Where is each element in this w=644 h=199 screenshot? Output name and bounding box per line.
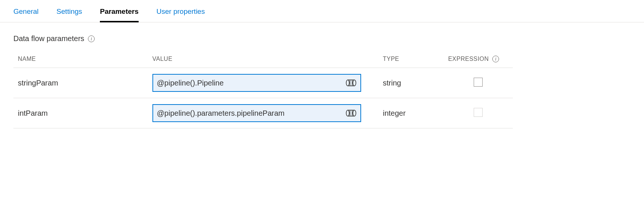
svg-point-6 (346, 110, 349, 116)
value-input[interactable] (157, 109, 345, 118)
info-icon[interactable]: i (88, 35, 95, 42)
tab-parameters[interactable]: Parameters (100, 4, 139, 22)
column-header-name: NAME (13, 52, 148, 68)
table-row: intParam integer (13, 98, 513, 128)
param-type: integer (378, 98, 443, 128)
parameters-section: Data flow parameters i NAME VALUE TYPE E… (0, 22, 644, 140)
tab-bar: General Settings Parameters User propert… (0, 0, 644, 22)
section-title: Data flow parameters (13, 34, 84, 43)
param-name: intParam (13, 98, 148, 128)
value-input[interactable] (157, 79, 345, 87)
value-input-wrap[interactable] (152, 74, 361, 92)
param-type: string (378, 68, 443, 98)
column-header-expression-label: EXPRESSION (448, 56, 489, 62)
expression-checkbox (474, 108, 483, 117)
dynamic-content-icon[interactable] (345, 109, 357, 117)
svg-point-0 (346, 80, 349, 86)
column-header-value: VALUE (148, 52, 378, 68)
table-row: stringParam string (13, 68, 513, 98)
value-input-wrap[interactable] (152, 104, 361, 122)
svg-point-7 (353, 110, 356, 116)
info-icon[interactable]: i (492, 56, 499, 62)
column-header-type: TYPE (378, 52, 443, 68)
expression-checkbox[interactable] (474, 78, 483, 87)
tab-general[interactable]: General (13, 4, 39, 22)
dynamic-content-icon[interactable] (345, 79, 357, 87)
column-header-expression: EXPRESSION i (443, 52, 513, 68)
param-name: stringParam (13, 68, 148, 98)
tab-user-properties[interactable]: User properties (157, 4, 205, 22)
tab-settings[interactable]: Settings (57, 4, 82, 22)
parameters-table: NAME VALUE TYPE EXPRESSION i stringParam (13, 52, 513, 128)
svg-point-1 (353, 80, 356, 86)
section-header: Data flow parameters i (13, 34, 631, 43)
